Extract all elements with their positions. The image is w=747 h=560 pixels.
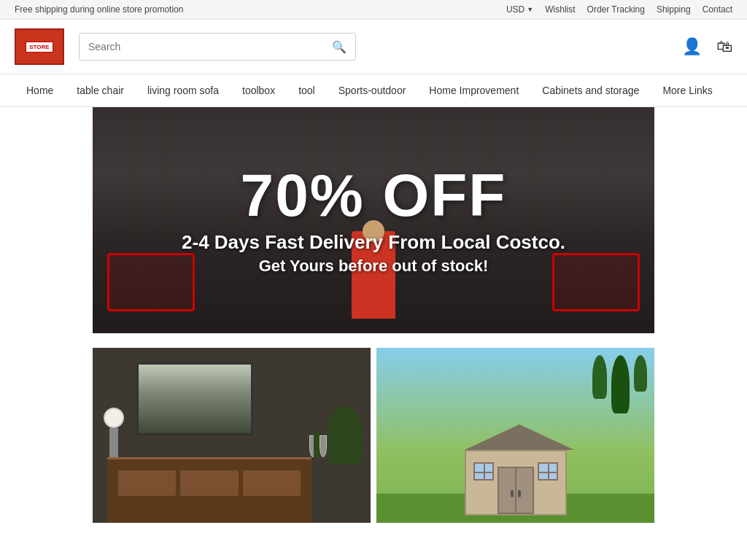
nav-item-more-links[interactable]: More Links <box>651 74 724 106</box>
logo-image: STORE <box>15 28 64 65</box>
search-input[interactable] <box>80 34 323 60</box>
plant <box>327 406 363 464</box>
furniture-scene <box>93 348 371 523</box>
product-card-living[interactable] <box>93 348 371 523</box>
nav-item-cabinets-storage[interactable]: Cabinets and storage <box>530 74 651 106</box>
product-card-outdoor[interactable] <box>376 348 654 523</box>
sideboard-drawers <box>107 459 311 496</box>
shed-window-left <box>473 462 494 481</box>
nav-item-home[interactable]: Home <box>15 74 65 106</box>
hero-discount: 70% OFF <box>182 166 565 225</box>
chevron-down-icon: ▼ <box>527 6 533 13</box>
hero-banner: 70% OFF 2-4 Days Fast Delivery From Loca… <box>93 107 654 333</box>
lamp-base <box>109 428 118 457</box>
lamp-shade <box>104 408 124 428</box>
shed-window-right <box>538 462 558 481</box>
shed-scene <box>376 348 654 523</box>
promo-text: Free shipping during online store promot… <box>15 4 183 15</box>
door-handle-right <box>511 490 514 497</box>
products-section <box>0 333 747 523</box>
tv-screen <box>139 365 251 433</box>
account-button[interactable]: 👤 <box>682 37 702 56</box>
header-icons: 👤 🛍 <box>682 37 732 56</box>
nav-item-home-improvement[interactable]: Home Improvement <box>417 74 530 106</box>
logo[interactable]: STORE <box>15 28 64 65</box>
hero-wrapper: 70% OFF 2-4 Days Fast Delivery From Loca… <box>0 107 747 333</box>
shed-body <box>465 450 567 516</box>
nav-item-sports-outdoor[interactable]: Sports-outdoor <box>327 74 418 106</box>
door-handle-left <box>518 490 521 497</box>
cart-button[interactable]: 🛍 <box>716 37 732 56</box>
cart-right-decoration <box>552 253 640 311</box>
hero-subtitle1: 2-4 Days Fast Delivery From Local Costco… <box>182 231 565 254</box>
shed-door <box>498 467 534 514</box>
header: STORE 🔍 👤 🛍 <box>0 20 747 74</box>
account-icon: 👤 <box>682 37 702 55</box>
hero-subtitle2: Get Yours before out of stock! <box>182 257 565 276</box>
nav-item-tool[interactable]: tool <box>287 74 327 106</box>
sideboard <box>107 457 311 523</box>
lamp <box>104 408 124 457</box>
drawer-1 <box>118 470 176 496</box>
wine-bottle <box>314 432 320 457</box>
order-tracking-link[interactable]: Order Tracking <box>587 4 645 15</box>
currency-label: USD <box>506 4 525 15</box>
wishlist-link[interactable]: Wishlist <box>545 4 575 15</box>
top-bar-right: Wishlist Order Tracking Shipping Contact <box>545 4 732 15</box>
contact-link[interactable]: Contact <box>703 4 732 15</box>
search-bar: 🔍 <box>79 33 356 61</box>
shipping-link[interactable]: Shipping <box>657 4 691 15</box>
tv-frame <box>136 362 253 435</box>
drawer-3 <box>243 470 301 496</box>
window-divider-v-left <box>484 464 485 479</box>
top-bar: Free shipping during online store promot… <box>0 0 747 20</box>
currency-selector[interactable]: USD ▼ <box>506 4 533 15</box>
nav-item-living-room-sofa[interactable]: living room sofa <box>136 74 231 106</box>
search-button[interactable]: 🔍 <box>323 34 355 60</box>
glass-2 <box>320 435 327 457</box>
drawer-2 <box>180 470 238 496</box>
window-divider-v-right <box>548 464 549 479</box>
nav: Home table chair living room sofa toolbo… <box>0 74 747 107</box>
nav-item-table-chair[interactable]: table chair <box>65 74 136 106</box>
search-icon: 🔍 <box>332 41 347 53</box>
shed <box>465 424 567 516</box>
shed-roof <box>465 424 574 450</box>
nav-item-toolbox[interactable]: toolbox <box>231 74 287 106</box>
cart-icon: 🛍 <box>716 37 732 55</box>
top-bar-left: Free shipping during online store promot… <box>15 4 183 15</box>
hero-content: 70% OFF 2-4 Days Fast Delivery From Loca… <box>182 166 565 276</box>
trees-background <box>592 355 647 413</box>
